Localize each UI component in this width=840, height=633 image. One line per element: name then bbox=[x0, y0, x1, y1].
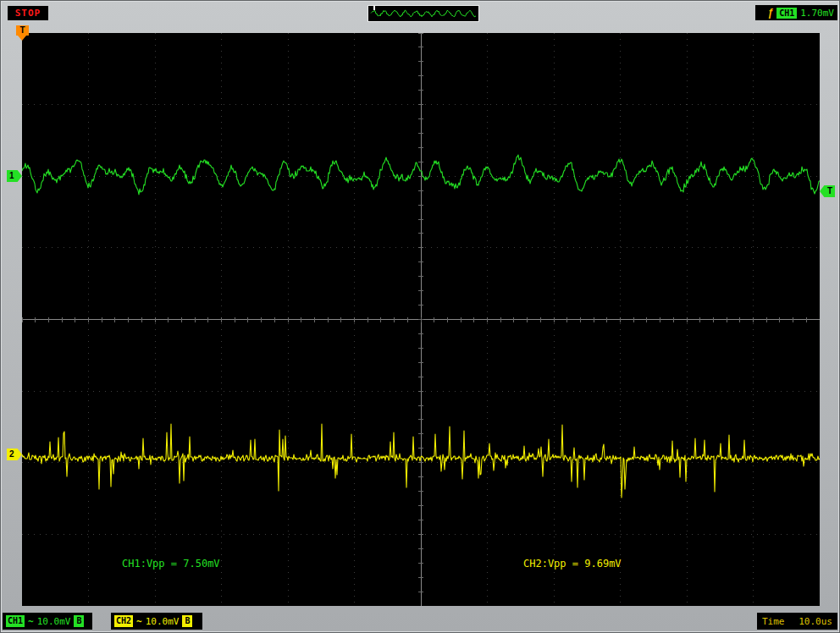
scope-screen: CH1:Vpp = 7.50mV CH2:Vpp = 9.69mV bbox=[22, 33, 820, 606]
oscilloscope-window: STOP ƒ CH1 1.70mV CH1:Vpp = 7.50mV CH2:V… bbox=[0, 0, 840, 633]
ch1-settings-chip[interactable]: CH1 ~ 10.0mV B bbox=[3, 613, 92, 630]
stop-label: STOP bbox=[15, 8, 41, 19]
preview-waveform bbox=[369, 7, 478, 20]
trigger-source-badge: CH1 bbox=[776, 8, 797, 19]
ch1-coupling-icon: ~ bbox=[28, 616, 34, 627]
waveform-display bbox=[22, 33, 820, 606]
ch1-vpp-readout: CH1:Vpp = 7.50mV bbox=[122, 558, 220, 570]
time-value: 10.0us bbox=[799, 616, 832, 627]
ch1-position-marker[interactable]: 1 bbox=[7, 170, 22, 182]
ch2-settings-chip[interactable]: CH2 ~ 10.0mV B bbox=[111, 613, 202, 630]
ch2-scale-value: 10.0mV bbox=[146, 616, 180, 627]
ch2-position-marker[interactable]: 2 bbox=[7, 449, 22, 460]
time-label: Time bbox=[762, 616, 785, 627]
horizontal-position-preview[interactable] bbox=[368, 5, 479, 22]
timebase-chip[interactable]: Time 10.0us bbox=[757, 613, 837, 630]
ch1-bandwidth-badge: B bbox=[74, 615, 84, 627]
ch2-badge: CH2 bbox=[114, 615, 133, 627]
trigger-position-marker[interactable]: T bbox=[16, 25, 29, 36]
trigger-edge-icon: ƒ bbox=[768, 8, 774, 18]
preview-trigger-tick bbox=[373, 6, 375, 10]
trigger-level-value: 1.70mV bbox=[800, 8, 834, 19]
ch1-badge: CH1 bbox=[6, 615, 25, 627]
ch2-vpp-readout: CH2:Vpp = 9.69mV bbox=[523, 558, 622, 570]
trigger-readout: ƒ CH1 1.70mV bbox=[755, 5, 837, 20]
ch1-scale-value: 10.0mV bbox=[37, 616, 71, 627]
trigger-position-arrow-icon bbox=[18, 36, 26, 41]
trigger-position-label: T bbox=[19, 25, 25, 35]
preview-trace bbox=[371, 10, 476, 17]
stop-indicator: STOP bbox=[8, 6, 48, 20]
ch2-bandwidth-badge: B bbox=[182, 615, 192, 627]
ch2-coupling-icon: ~ bbox=[136, 616, 142, 627]
trigger-level-marker[interactable]: T bbox=[820, 185, 835, 197]
